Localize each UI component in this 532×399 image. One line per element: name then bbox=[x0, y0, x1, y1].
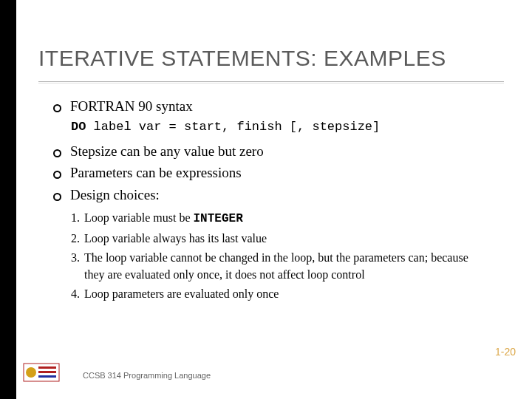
bullet-icon bbox=[53, 149, 61, 157]
code-integer: INTEGER bbox=[194, 212, 243, 225]
bullet-main: FORTRAN 90 syntax bbox=[53, 97, 502, 116]
code-line: DO label var = start, finish [, stepsize… bbox=[71, 119, 502, 136]
code-keyword: DO bbox=[71, 120, 86, 134]
bullet-icon bbox=[53, 171, 61, 179]
num-4: 4. bbox=[71, 285, 80, 302]
svg-rect-2 bbox=[38, 366, 56, 369]
numbered-item-2-text: Loop variable always has its last value bbox=[84, 230, 267, 247]
footer-course: CCSB 314 Programming Language bbox=[83, 371, 211, 380]
bullet-sub-1-text: Stepsize can be any value but zero bbox=[70, 142, 264, 161]
num-3: 3. bbox=[71, 249, 80, 283]
numbered-item-2: 2. Loop variable always has its last val… bbox=[71, 230, 485, 247]
num-2: 2. bbox=[71, 230, 80, 247]
bullet-main-text: FORTRAN 90 syntax bbox=[70, 97, 193, 116]
svg-point-1 bbox=[26, 367, 36, 378]
bullet-sub-2-text: Parameters can be expressions bbox=[70, 163, 242, 183]
bullet-icon bbox=[53, 193, 61, 201]
bullet-sub-3: Design choices: bbox=[53, 185, 502, 205]
num-1: 1. bbox=[71, 209, 80, 228]
svg-rect-4 bbox=[38, 375, 56, 378]
numbered-item-1-text: Loop variable must be INTEGER bbox=[84, 209, 243, 228]
slide-number: 1-20 bbox=[495, 346, 516, 358]
bullet-sub-1: Stepsize can be any value but zero bbox=[53, 142, 502, 161]
numbered-item-3: 3. The loop variable cannot be changed i… bbox=[71, 249, 485, 283]
svg-rect-3 bbox=[38, 371, 56, 373]
university-logo bbox=[22, 359, 61, 386]
slide: ITERATIVE STATEMENTS: EXAMPLES FORTRAN 9… bbox=[0, 0, 532, 399]
content-area: FORTRAN 90 syntax DO label var = start, … bbox=[16, 83, 532, 302]
bullet-sub-3-text: Design choices: bbox=[70, 185, 160, 205]
numbered-item-4: 4. Loop parameters are evaluated only on… bbox=[71, 285, 485, 302]
bullet-icon bbox=[53, 104, 61, 112]
numbered-item-3-text: The loop variable cannot be changed in t… bbox=[84, 249, 485, 283]
numbered-list: 1. Loop variable must be INTEGER 2. Loop… bbox=[71, 209, 502, 303]
slide-title: ITERATIVE STATEMENTS: EXAMPLES bbox=[16, 0, 532, 71]
bullet-sub-2: Parameters can be expressions bbox=[53, 163, 502, 183]
numbered-item-4-text: Loop parameters are evaluated only once bbox=[84, 285, 279, 302]
numbered-item-1: 1. Loop variable must be INTEGER bbox=[71, 209, 485, 228]
code-rest: label var = start, finish [, stepsize] bbox=[86, 120, 380, 134]
